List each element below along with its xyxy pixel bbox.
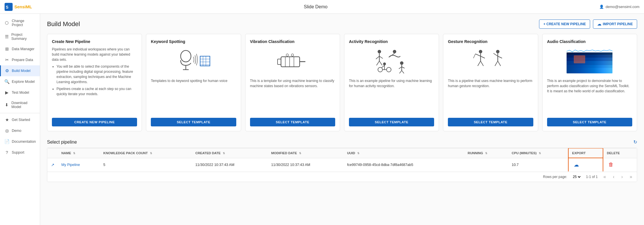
th-name: NAME ⇅ <box>58 148 100 158</box>
audio-template-button[interactable]: SELECT TEMPLATE <box>547 118 632 126</box>
card-audio-image <box>547 47 632 75</box>
create-pipeline-button[interactable]: + CREATE NEW PIPELINE <box>539 19 590 29</box>
card-create-new-desc: Pipelines are individual workspaces wher… <box>52 47 137 114</box>
row-cpu: 10.7 <box>508 158 568 172</box>
svg-line-49 <box>498 56 502 58</box>
sidebar-label-documentation: Documentation <box>12 140 36 144</box>
sidebar-item-project-summary[interactable]: ☰ Project Summary <box>0 30 40 44</box>
th-kp-count: KNOWLEDGE PACK COUNT ⇅ <box>100 148 192 158</box>
page-header: Build Model + CREATE NEW PIPELINE ☁ IMPO… <box>47 19 637 29</box>
table-row: ↗ My Pipeline 5 11/30/2022 10:37:43 AM 1… <box>48 158 637 172</box>
rows-per-page-select[interactable]: 25 10 50 <box>572 175 581 179</box>
sort-cpu-icon[interactable]: ⇅ <box>539 152 541 155</box>
sort-created-icon[interactable]: ⇅ <box>223 152 225 155</box>
row-modified: 11/30/2022 10:37:43 AM <box>268 158 344 172</box>
support-icon: ? <box>4 150 9 155</box>
pipeline-table-container: NAME ⇅ KNOWLEDGE PACK COUNT ⇅ CREATED DA… <box>47 148 637 182</box>
sort-kp-icon[interactable]: ⇅ <box>150 152 152 155</box>
row-uuid: fce99749-0958-45cd-8dba-7df8a4687ab5 <box>344 158 464 172</box>
delete-button[interactable]: 🗑 <box>607 161 615 168</box>
svg-line-35 <box>399 67 402 69</box>
sort-running-icon[interactable]: ⇅ <box>485 152 487 155</box>
th-created: CREATED DATE ⇅ <box>192 148 268 158</box>
row-open-icon[interactable]: ↗ <box>48 158 58 172</box>
sort-name-icon[interactable]: ⇅ <box>73 152 75 155</box>
table-footer: Rows per page: 25 10 50 1-1 of 1 « ‹ › » <box>47 172 637 182</box>
user-email: demo@sensiml.com <box>606 5 639 9</box>
app-logo: S SensiML <box>5 3 32 11</box>
sidebar-item-change-project[interactable]: ⬡ Change Project <box>0 16 40 30</box>
row-name: My Pipeline <box>58 158 100 172</box>
sidebar-divider <box>0 113 40 113</box>
vibration-template-button[interactable]: SELECT TEMPLATE <box>250 118 335 126</box>
main-content: Build Model + CREATE NEW PIPELINE ☁ IMPO… <box>40 14 644 225</box>
row-export-cell: ☁ <box>568 158 603 172</box>
svg-line-23 <box>376 61 379 65</box>
card-vibration-desc: This is a template for using machine lea… <box>250 78 335 114</box>
svg-rect-53 <box>567 52 612 55</box>
sidebar-item-build-model[interactable]: ⚙ Build Model <box>0 65 40 76</box>
sidebar-item-test-model[interactable]: ▶ Test Model <box>0 87 40 98</box>
pipeline-name-link[interactable]: My Pipeline <box>61 163 80 167</box>
svg-rect-58 <box>567 68 612 73</box>
card-keyword-title: Keyword Spotting <box>151 39 185 44</box>
sidebar-item-demo[interactable]: ◎ Demo <box>0 125 40 136</box>
sidebar-item-get-started[interactable]: ★ Get Started <box>0 114 40 125</box>
sort-uuid-icon[interactable]: ⇅ <box>357 152 360 155</box>
refresh-icon[interactable]: ↻ <box>633 139 637 145</box>
svg-line-42 <box>481 56 485 58</box>
logo-text: SensiML <box>14 4 32 9</box>
sidebar-label-change-project: Change Project <box>12 19 36 27</box>
export-button[interactable]: ☁ <box>572 161 581 169</box>
sidebar-item-prepare-data[interactable]: ✂ Prepare Data <box>0 54 40 65</box>
svg-point-18 <box>291 54 294 56</box>
svg-line-41 <box>475 54 481 56</box>
sidebar-item-explore-model[interactable]: 🔍 Explore Model <box>0 76 40 87</box>
user-icon: 👤 <box>599 5 604 9</box>
sidebar-item-data-manager[interactable]: ⊞ Data Manager <box>0 44 40 54</box>
sidebar-item-support[interactable]: ? Support <box>0 147 40 158</box>
next-page-button[interactable]: › <box>620 174 624 179</box>
template-cards-grid: Create New Pipeline Pipelines are indivi… <box>47 34 637 131</box>
explore-model-icon: 🔍 <box>4 79 9 84</box>
svg-line-36 <box>402 67 405 68</box>
sidebar-label-project-summary: Project Summary <box>11 33 36 41</box>
sidebar-label-data-manager: Data Manager <box>12 47 34 51</box>
get-started-icon: ★ <box>4 117 9 122</box>
sidebar-item-documentation[interactable]: 📄 Documentation <box>0 136 40 147</box>
create-new-pipeline-button[interactable]: CREATE NEW PIPELINE <box>52 118 137 126</box>
sort-modified-icon[interactable]: ⇅ <box>299 152 301 155</box>
svg-line-24 <box>379 61 382 65</box>
build-model-icon: ⚙ <box>4 68 9 73</box>
import-pipeline-button[interactable]: ☁ IMPORT PIPELINE <box>593 19 637 29</box>
svg-point-28 <box>387 67 391 72</box>
app-title: Slide Demo <box>304 4 328 9</box>
svg-line-37 <box>399 71 402 73</box>
card-activity-image <box>349 47 434 75</box>
sidebar-label-explore-model: Explore Model <box>12 80 35 84</box>
svg-point-17 <box>286 54 288 56</box>
card-activity: Activity Recognition <box>344 34 439 131</box>
sidebar-label-test-model: Test Model <box>12 91 29 95</box>
prev-page-button[interactable]: ‹ <box>612 174 615 179</box>
sidebar-label-get-started: Get Started <box>12 118 30 122</box>
prepare-data-icon: ✂ <box>4 57 9 62</box>
card-create-bullet-1: You will be able to select the component… <box>56 64 137 85</box>
svg-point-33 <box>400 61 403 65</box>
test-model-icon: ▶ <box>4 90 9 95</box>
card-create-new: Create New Pipeline Pipelines are indivi… <box>47 34 142 131</box>
last-page-button[interactable]: » <box>629 174 633 179</box>
activity-template-button[interactable]: SELECT TEMPLATE <box>349 118 434 126</box>
keyword-template-button[interactable]: SELECT TEMPLATE <box>151 118 236 126</box>
row-delete-cell: 🗑 <box>603 158 637 172</box>
svg-rect-59 <box>574 55 585 63</box>
card-gesture: Gesture Recognition <box>443 34 538 131</box>
th-running: RUNNING ⇅ <box>464 148 508 158</box>
first-page-button[interactable]: « <box>602 174 607 179</box>
sidebar-item-download-model[interactable]: ⬇ Download Model <box>0 98 40 112</box>
svg-point-25 <box>393 50 396 53</box>
svg-line-50 <box>495 61 498 66</box>
svg-point-46 <box>496 50 499 53</box>
th-row-icon <box>48 148 58 158</box>
gesture-template-button[interactable]: SELECT TEMPLATE <box>448 118 533 126</box>
